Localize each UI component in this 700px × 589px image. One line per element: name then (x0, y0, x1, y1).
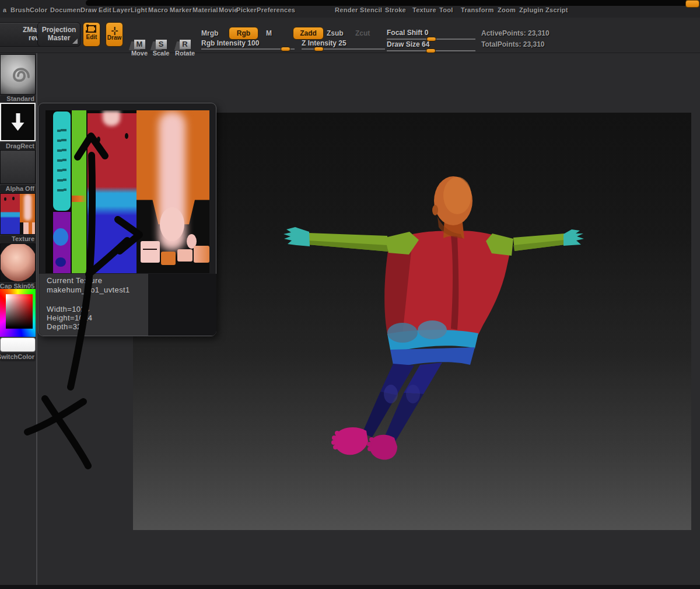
menu-item-macro[interactable]: Macro (148, 6, 168, 13)
top-shelf-toolbar: ZMapper rev-E Projection Master Edit -¦-… (0, 18, 700, 53)
move-mode-button[interactable]: M Move (130, 40, 149, 57)
focal-shift-label: Focal Shift 0 (387, 29, 428, 37)
menu-item-brush[interactable]: Brush (10, 6, 30, 13)
projection-master-button[interactable]: Projection Master (37, 22, 80, 47)
scale-label: Scale (151, 50, 171, 57)
rgb-intensity-label: Rgb Intensity 100 (201, 39, 259, 47)
menu-item-zscript[interactable]: Zscript (545, 6, 568, 13)
zbrush-window: { "menu": { "items": ["a", "Brush", "Col… (0, 0, 700, 589)
popup-dark-panel (148, 274, 216, 336)
popout-corner-icon (72, 39, 78, 44)
uv-face-shape (160, 207, 184, 241)
drag-arrow-icon (16, 113, 20, 124)
rgb-toggle[interactable]: Rgb (229, 27, 258, 40)
uv-body-column (88, 113, 136, 273)
menu-item-texture[interactable]: Texture (412, 6, 436, 13)
menu-item-tool[interactable]: Tool (439, 6, 453, 13)
zadd-toggle[interactable]: Zadd (293, 27, 324, 40)
draw-size-label: Draw Size 64 (387, 40, 429, 48)
rotate-icon: R (180, 40, 191, 49)
menu-item-zplugin[interactable]: Zplugin (519, 6, 544, 13)
m-toggle[interactable]: M (266, 29, 272, 37)
uv-part-shape (161, 252, 176, 265)
color-picker[interactable] (0, 289, 36, 337)
popup-height: Height=1024 (47, 313, 93, 322)
menu-item-draw[interactable]: Draw (80, 6, 97, 13)
edit-mode-button[interactable]: Edit (83, 22, 100, 47)
menu-item-movie[interactable]: Movie (219, 6, 238, 13)
uv-foot-shape (194, 246, 209, 263)
z-intensity-handle[interactable] (314, 47, 324, 51)
uv-mouth-shape (141, 241, 160, 263)
scale-mode-button[interactable]: S Scale (151, 40, 171, 57)
mrgb-toggle[interactable]: Mrgb (201, 29, 218, 37)
move-label: Move (130, 50, 149, 57)
draw-crosshair-icon: -¦- (106, 26, 123, 34)
menu-item-material[interactable]: Material (192, 6, 218, 13)
transform-gizmo-icon (87, 25, 96, 33)
rgb-intensity-value: 100 (247, 39, 259, 47)
menu-item-stencil[interactable]: Stencil (360, 6, 382, 13)
current-texture-popup: Current Texture makehum_no1_uvtest1 Widt… (38, 103, 216, 336)
left-shelf-divider (36, 53, 37, 589)
menu-item-document[interactable]: Document (50, 6, 83, 13)
texture-thumbnail[interactable] (0, 193, 36, 235)
menu-item-layer[interactable]: Layer (113, 6, 131, 13)
rgb-intensity-handle[interactable] (281, 47, 290, 51)
projection-label: Projection (38, 26, 80, 34)
uv-arm-strip (53, 111, 71, 211)
bottom-frame-strip (0, 585, 700, 589)
uv-head-region (136, 110, 209, 273)
popup-width: Width=1024 (47, 305, 90, 313)
annotation-x-stroke-1 (45, 399, 88, 466)
menu-item-picker[interactable]: Picker (236, 6, 257, 13)
menu-item-color[interactable]: Color (30, 6, 47, 13)
window-corner-button[interactable] (685, 0, 699, 8)
menu-item-stroke[interactable]: Stroke (385, 6, 406, 13)
human-model-back-view[interactable] (133, 113, 691, 530)
move-icon: M (134, 40, 145, 49)
rotate-mode-button[interactable]: R Rotate (175, 40, 195, 57)
menu-bar: aBrushColorDocumentDrawEditLayerLightMac… (0, 0, 700, 18)
menu-item-render[interactable]: Render (335, 6, 358, 13)
popup-texture-name: makehum_no1_uvtest1 (47, 285, 130, 294)
draw-mode-button[interactable]: -¦- Draw (106, 22, 123, 47)
menu-item-edit[interactable]: Edit (99, 6, 111, 13)
menu-item-zoom[interactable]: Zoom (498, 6, 516, 13)
draw-size-handle[interactable] (426, 48, 436, 53)
current-color-swatch[interactable] (0, 337, 36, 352)
stroke-thumbnail-dragrect[interactable] (0, 103, 36, 141)
popup-depth: Depth=32 (47, 322, 82, 331)
uv-texture-preview (46, 110, 209, 273)
rotate-label: Rotate (175, 50, 195, 57)
matcap-sphere-icon (0, 243, 36, 281)
material-thumbnail-skin05[interactable] (0, 243, 36, 282)
menu-item-transform[interactable]: Transform (461, 6, 494, 13)
menu-item-light[interactable]: Light (131, 6, 147, 13)
texture-thumb-head-half (20, 194, 36, 234)
edit-label: Edit (83, 34, 100, 40)
brush-thumbnail-standard[interactable] (0, 54, 36, 95)
zcut-toggle-disabled: Zcut (355, 29, 370, 37)
draw-label: Draw (106, 34, 123, 41)
title-strip (86, 0, 686, 6)
zsub-toggle[interactable]: Zsub (327, 29, 344, 37)
brush-swirl-icon (1, 55, 35, 94)
brush-label: Standard (0, 95, 36, 103)
alpha-label: Alpha Off (0, 185, 36, 193)
total-points-readout: TotalPoints: 23,310 (481, 40, 544, 48)
alpha-thumbnail-off[interactable] (0, 150, 36, 184)
menu-item-marker[interactable]: Marker (170, 6, 192, 13)
uv-purple-strip (53, 212, 71, 273)
menu-item-preferences[interactable]: Preferences (257, 6, 295, 13)
z-intensity-value: 25 (338, 39, 346, 47)
saturation-value-square[interactable] (6, 294, 33, 329)
focal-shift-value: 0 (425, 29, 429, 37)
switch-color-button[interactable]: SwitchColor (0, 353, 36, 361)
texture-label: Texture (0, 235, 36, 243)
active-points-readout: ActivePoints: 23,310 (481, 29, 550, 37)
uv-hand-shape (177, 249, 192, 262)
document-canvas[interactable] (133, 113, 691, 530)
menu-item-a[interactable]: a (3, 6, 6, 13)
texture-thumb-body-half (1, 194, 20, 234)
